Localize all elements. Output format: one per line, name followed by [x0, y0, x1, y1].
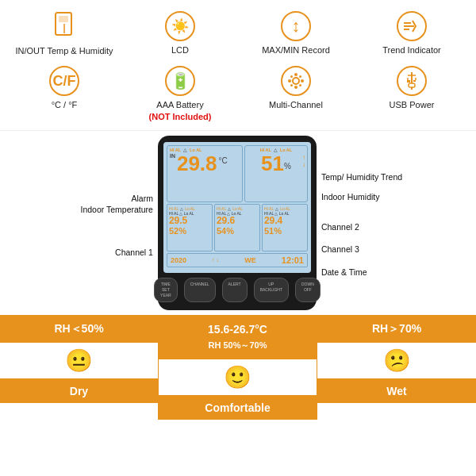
feature-multichannel: Multi-Channel [240, 63, 352, 125]
svg-point-10 [301, 79, 304, 83]
svg-point-12 [299, 75, 301, 78]
features-grid: IN/OUT Temp & Humidity ☀️ LCD ↕ MAX/MIN … [0, 0, 476, 131]
usb-label: USB Power [390, 99, 435, 110]
comfortable-face: 🙂 [159, 359, 317, 396]
feature-maxmin: ↕ MAX/MIN Record [240, 8, 352, 60]
ch3-temp: 29.4 [264, 216, 305, 226]
svg-point-7 [294, 73, 298, 76]
wet-label: Wet [317, 379, 476, 403]
big-temp-box: HI AL △ Lo AL IN 29.8 °C [167, 145, 243, 202]
trend-arrows: ↑↓ [302, 154, 305, 168]
in-label: IN [170, 153, 175, 159]
big-temp-value: 29.8 [177, 153, 217, 174]
ch2-hum: 54% [217, 226, 258, 236]
svg-point-9 [288, 79, 291, 83]
day-value: WE [244, 256, 256, 264]
svg-point-11 [290, 75, 293, 78]
channels-row: HI AL△Lo AL HI AL △ Lo AL 29.5 52% HI AL… [167, 204, 308, 251]
channel1-box: HI AL△Lo AL HI AL △ Lo AL 29.5 52% [167, 204, 213, 251]
hum-unit: % [284, 162, 291, 171]
indoor-humidity-label: Indoor Humidity [321, 192, 380, 203]
lcd-icon: ☀️ [165, 11, 195, 41]
cf-label: °C / °F [52, 99, 78, 110]
datetime-label: Date & Time [321, 267, 367, 278]
comfort-dry: RH＜50% 😐 Dry [0, 317, 159, 420]
device: HI AL △ Lo AL IN 29.8 °C HI AL △ Lo AL 5… [158, 136, 317, 310]
feature-lcd: ☀️ LCD [124, 8, 236, 60]
date-sep: ↑ ↓ [212, 257, 219, 263]
ch1-hum: 52% [169, 226, 210, 236]
channel2-label: Channel 2 [321, 222, 359, 233]
ch1-temp: 29.5 [169, 216, 210, 226]
comfort-comfortable: 15.6-26.7°CRH 50%～70% 🙂 Comfortable [159, 317, 317, 420]
trend-icon [397, 11, 427, 41]
btn-timeset[interactable]: TIME SETYEAR [154, 278, 178, 302]
time-value: 12:01 [282, 255, 304, 265]
channel2-box: HI AL△Lo AL HI AL △ Lo AL 29.6 54% [214, 204, 260, 251]
big-hum-box: HI AL △ Lo AL 51 % ↑↓ [244, 145, 308, 202]
maxmin-label: MAX/MIN Record [262, 44, 330, 56]
temp-unit: °C [219, 156, 228, 165]
maxmin-icon: ↕ [281, 11, 311, 41]
wet-range: RH＞70% [317, 317, 476, 343]
svg-point-13 [290, 84, 293, 86]
inout-icon [51, 11, 78, 42]
channel3-box: HI AL△Lo AL HI AL △ Lo AL 29.4 51% [262, 204, 308, 251]
feature-cf: C/F °C / °F [8, 63, 121, 125]
svg-rect-22 [413, 80, 416, 82]
svg-point-6 [293, 78, 299, 84]
btn-up[interactable]: UPBACKLIGHT [254, 278, 289, 302]
svg-point-8 [294, 86, 298, 89]
channel3-label: Channel 3 [321, 244, 359, 255]
dry-label: Dry [0, 379, 158, 403]
lcd-label: LCD [171, 44, 189, 56]
battery-label: AAA Battery(NOT Included) [149, 99, 212, 122]
screen: HI AL △ Lo AL IN 29.8 °C HI AL △ Lo AL 5… [163, 142, 311, 273]
date-row: 2020 ↑ ↓ WE 12:01 [167, 253, 308, 267]
comfort-section: RH＜50% 😐 Dry 15.6-26.7°CRH 50%～70% 🙂 Com… [0, 315, 476, 420]
ch3-hum: 51% [264, 226, 305, 236]
btn-channel[interactable]: CHANNEL [184, 278, 216, 302]
trend-label: Trend Indicator [382, 44, 441, 56]
battery-icon: 🔋 [165, 66, 195, 96]
ch2-temp: 29.6 [217, 216, 258, 226]
dry-face: 😐 [0, 343, 158, 379]
cf-icon: C/F [49, 66, 79, 96]
btn-down[interactable]: DOWNOFF [295, 278, 321, 302]
screen-top: HI AL △ Lo AL IN 29.8 °C HI AL △ Lo AL 5… [167, 145, 308, 202]
svg-point-14 [299, 84, 301, 86]
btn-alert[interactable]: ALERT [222, 278, 248, 302]
svg-rect-21 [407, 80, 410, 83]
channel1-label: Channel 1 [115, 248, 153, 259]
feature-trend: Trend Indicator [355, 8, 468, 60]
wet-face: 😕 [317, 343, 476, 379]
comfortable-range: 15.6-26.7°CRH 50%～70% [159, 317, 317, 359]
alarm-indoor-label: AlarmIndoor Temperature [80, 194, 152, 215]
labels-right: Temp/ Humidity Trend Indoor Humidity Cha… [321, 167, 402, 278]
device-diagram: AlarmIndoor Temperature Channel 1 HI AL … [0, 131, 476, 315]
dry-range: RH＜50% [0, 317, 158, 343]
inout-label: IN/OUT Temp & Humidity [15, 45, 113, 56]
device-buttons: TIME SETYEAR CHANNEL ALERT UPBACKLIGHT D… [154, 278, 321, 302]
labels-left: AlarmIndoor Temperature Channel 1 [74, 187, 153, 258]
comfort-wet: RH＞70% 😕 Wet [317, 317, 476, 420]
usb-icon [397, 66, 427, 96]
multichannel-icon [281, 66, 311, 96]
svg-rect-1 [59, 16, 68, 22]
feature-inout: IN/OUT Temp & Humidity [8, 8, 121, 60]
feature-usb: USB Power [355, 63, 468, 125]
date-value: 2020 [171, 256, 186, 264]
feature-battery: 🔋 AAA Battery(NOT Included) [124, 63, 236, 125]
trend-humidity-label: Temp/ Humidity Trend [321, 172, 402, 183]
multichannel-label: Multi-Channel [269, 99, 323, 110]
comfortable-label: Comfortable [159, 396, 317, 420]
big-hum-value: 51 [261, 153, 284, 174]
svg-rect-16 [409, 83, 415, 87]
